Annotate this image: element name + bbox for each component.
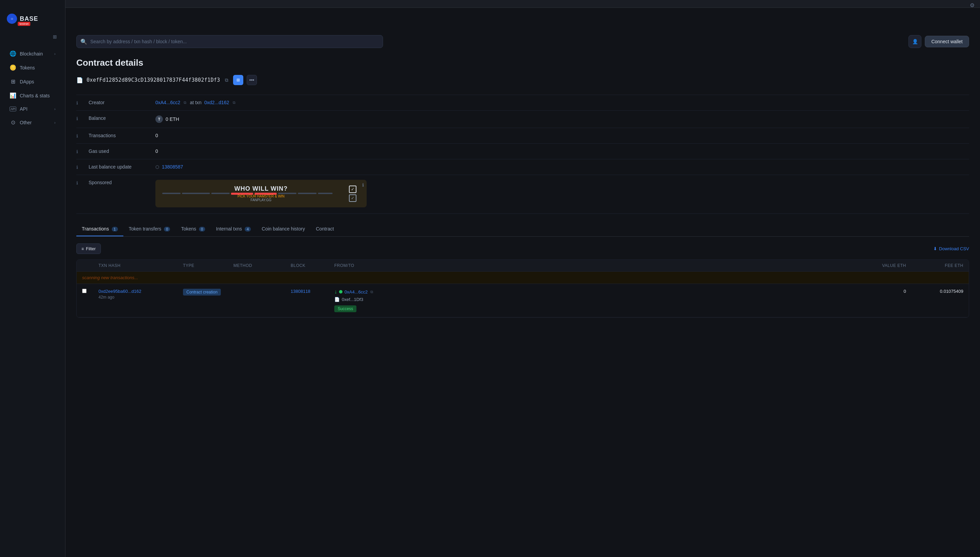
settings-icon[interactable]: ⚙ (970, 2, 975, 8)
sidebar-item-dapps[interactable]: ⊞ DApps (3, 75, 62, 88)
at-txn-label: at txn (190, 100, 201, 105)
avatar-button[interactable]: 👤 (908, 35, 921, 48)
copy-address-button[interactable]: ⧉ (224, 77, 230, 84)
tab-token-transfers[interactable]: Token transfers 0 (123, 222, 176, 236)
last-balance-value: ⬡ 13808587 (155, 164, 183, 169)
tab-tokens[interactable]: Tokens 0 (175, 222, 210, 236)
details-grid: ℹ Creator 0xA4...6cc2 ⧉ at txn 0xd2...d1… (76, 94, 969, 214)
search-input[interactable] (76, 35, 383, 48)
filter-button[interactable]: ≡ Filter (76, 243, 101, 254)
sidebar-item-tokens[interactable]: 🪙 Tokens (3, 61, 62, 74)
creator-txn-link[interactable]: 0xd2...d162 (204, 100, 229, 105)
info-icon-transactions: ℹ (76, 134, 83, 138)
tab-tokens-badge: 0 (199, 227, 205, 231)
ad-sub: PICK YOUR HAMSTER & WIN (234, 194, 288, 198)
tabs-row: Transactions 1 Token transfers 0 Tokens … (76, 222, 969, 237)
tab-token-transfers-label: Token transfers (129, 226, 162, 231)
sidebar-item-blockchain[interactable]: 🌐 Blockchain › (3, 47, 62, 60)
info-icon-balance: ℹ (76, 116, 83, 121)
tab-transactions[interactable]: Transactions 1 (76, 222, 123, 236)
row-type: Contract creation (183, 289, 231, 295)
to-address: 0xef...1Df3 (342, 297, 363, 302)
balance-value: T 0 ETH (155, 116, 179, 123)
row-block: 13808118 (291, 289, 332, 294)
detail-row-sponsored: ℹ Sponsored (76, 175, 969, 214)
download-icon: ⬇ (933, 246, 937, 251)
scanning-message: scanning new transactions... (77, 272, 969, 284)
txn-hash-link[interactable]: 0xd2ee95ba60...d162 (98, 289, 141, 294)
tab-coin-balance[interactable]: Coin balance history (256, 222, 310, 236)
col-value: Value ETH (851, 263, 906, 268)
block-icon: ⬡ (155, 164, 159, 169)
from-addr-dot (339, 290, 343, 293)
col-from-to: From/To (334, 263, 849, 268)
user-icon: 👤 (912, 39, 918, 44)
logo-text: BASE (20, 15, 38, 23)
info-icon-sponsored: ℹ (76, 181, 83, 186)
block-link[interactable]: 13808118 (291, 289, 310, 294)
tab-contract-label: Contract (316, 226, 334, 231)
sidebar-item-charts[interactable]: 📊 Charts & stats (3, 89, 62, 102)
gas-used-label: Gas used (88, 148, 150, 154)
receive-arrow-icon: ↓ (334, 289, 337, 295)
detail-row-last-balance: ℹ Last balance update ⬡ 13808587 (76, 160, 969, 175)
detail-row-creator: ℹ Creator 0xA4...6cc2 ⧉ at txn 0xd2...d1… (76, 95, 969, 111)
sidebar-item-other[interactable]: ⊙ Other › (3, 116, 62, 129)
contract-address-row: 📄 0xefFd12852d89C3cD13928017837F44f3802f… (76, 75, 969, 85)
creator-value: 0xA4...6cc2 ⧉ at txn 0xd2...d162 ⧉ (155, 100, 236, 105)
tab-contract[interactable]: Contract (310, 222, 340, 236)
info-icon-gas: ℹ (76, 149, 83, 154)
tab-internal-txns-badge: 4 (245, 227, 251, 231)
col-fee: Fee ETH (909, 263, 963, 268)
tab-tokens-label: Tokens (181, 226, 196, 231)
header-actions: 👤 Connect wallet (908, 35, 969, 48)
detail-row-transactions: ℹ Transactions 0 (76, 128, 969, 144)
sidebar-item-api[interactable]: API API › (3, 103, 62, 115)
copy-from-btn[interactable]: ⧉ (370, 290, 374, 294)
copy-creator-btn[interactable]: ⧉ (183, 101, 187, 105)
col-block: Block (291, 263, 332, 268)
detail-row-balance: ℹ Balance T 0 ETH (76, 111, 969, 128)
table-row: 0xd2ee95ba60...d162 42m ago Contract cre… (77, 284, 969, 317)
row-checkbox[interactable] (82, 289, 96, 294)
sidebar-item-label-dapps: DApps (20, 79, 34, 85)
row-checkbox-input[interactable] (82, 289, 87, 293)
ad-checkboxes: ✓ ✓ (349, 186, 356, 202)
api-icon: API (10, 107, 16, 111)
transactions-value: 0 (155, 133, 158, 138)
qr-code-button[interactable]: ⊞ (233, 75, 243, 85)
transactions-label: Transactions (88, 133, 150, 138)
charts-icon: 📊 (10, 92, 16, 99)
gas-used-value: 0 (155, 148, 158, 154)
tokens-icon: 🪙 (10, 64, 16, 71)
connect-wallet-button[interactable]: Connect wallet (925, 36, 969, 47)
sidebar-logo: ○ BASE (0, 10, 65, 32)
sidebar: ○ BASE testnet ⊞ 🌐 Blockchain › 🪙 Tokens… (0, 0, 65, 557)
filter-icon: ≡ (82, 246, 84, 251)
sponsored-label: Sponsored (88, 180, 150, 185)
transactions-table: Txn hash Type Method Block From/To Value… (76, 259, 969, 318)
ad-info-icon[interactable]: ℹ (362, 182, 364, 187)
tab-coin-balance-label: Coin balance history (262, 226, 305, 231)
sidebar-nav: 🌐 Blockchain › 🪙 Tokens ⊞ DApps 📊 Charts… (0, 47, 65, 129)
block-number-link[interactable]: 13808587 (162, 164, 183, 169)
detail-row-gas: ℹ Gas used 0 (76, 144, 969, 160)
sidebar-item-label-charts: Charts & stats (20, 93, 50, 98)
more-options-button[interactable]: ••• (247, 75, 257, 85)
col-type: Type (183, 263, 231, 268)
tab-internal-txns[interactable]: Internal txns 4 (211, 222, 256, 236)
creator-label: Creator (88, 100, 150, 105)
row-fee: 0.01075409 (909, 289, 963, 294)
grid-icon-btn[interactable]: ⊞ (50, 32, 60, 42)
download-csv-button[interactable]: ⬇ Download CSV (933, 246, 969, 251)
creator-address-link[interactable]: 0xA4...6cc2 (155, 100, 180, 105)
from-address-link[interactable]: 0xA4...6cc2 (345, 289, 368, 295)
sidebar-item-label-other: Other (20, 120, 32, 125)
ad-banner: WHO WILL WIN? PICK YOUR HAMSTER & WIN FA… (155, 180, 367, 207)
row-from-to: ↓ 0xA4...6cc2 ⧉ 📄 0xef...1Df3 Success (334, 289, 849, 312)
tab-transactions-label: Transactions (82, 226, 109, 231)
from-row: ↓ 0xA4...6cc2 ⧉ (334, 289, 849, 295)
search-icon: 🔍 (80, 39, 87, 45)
copy-txn-btn[interactable]: ⧉ (232, 101, 236, 105)
transactions-count: 0 (155, 133, 158, 138)
